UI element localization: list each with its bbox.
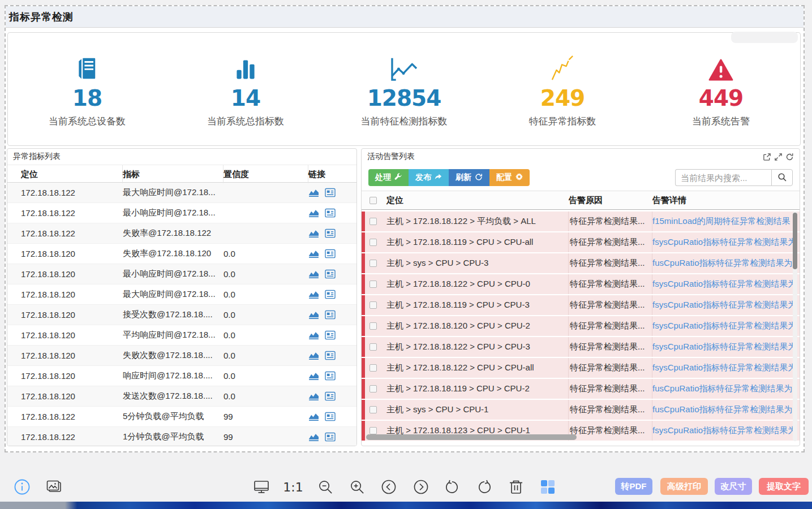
row-checkbox[interactable] xyxy=(370,322,377,330)
kpi-detected: 12854当前特征检测指标数 xyxy=(325,33,483,145)
row-checkbox[interactable] xyxy=(370,301,377,309)
share-icon xyxy=(435,173,442,182)
detail-link-icon[interactable] xyxy=(325,351,336,360)
chart-link-icon[interactable] xyxy=(308,269,319,279)
handle-label: 处理 xyxy=(375,172,391,183)
delete-button[interactable] xyxy=(506,477,526,497)
detail-link-icon[interactable] xyxy=(325,269,336,279)
extract-text-button[interactable]: 提取文字 xyxy=(759,478,809,495)
to-pdf-button[interactable]: 转PDF xyxy=(615,478,652,495)
row-checkbox[interactable] xyxy=(370,364,377,372)
alarm-detail-link[interactable]: fsysCpuRatio指标特征异常检测结果为 xyxy=(652,363,800,373)
alarm-row: 主机 > 172.18.18.119 > CPU > CPU-2特征异常检测结果… xyxy=(362,379,800,399)
metric-location: 172.18.18.122 xyxy=(21,208,123,218)
metric-row: 172.18.18.120发送次数@172.18.18....0.0 xyxy=(7,386,356,407)
warning-triangle-icon xyxy=(708,54,733,81)
metric-links xyxy=(308,228,356,238)
resize-button[interactable]: 改尺寸 xyxy=(715,478,752,495)
metric-name: 响应时间@172.18.18.... xyxy=(123,370,224,381)
metric-table-header: 定位 指标 置信度 链接 xyxy=(7,165,356,183)
actual-size-button[interactable]: 1:1 xyxy=(283,477,303,497)
fit-screen-button[interactable] xyxy=(252,477,271,497)
info-button[interactable] xyxy=(12,477,32,497)
horizontal-scrollbar-thumb[interactable] xyxy=(366,434,577,440)
alarm-detail-link[interactable]: f15minLoad的周期特征异常检测结果 xyxy=(652,216,800,227)
metric-links xyxy=(308,310,356,320)
alarm-reason: 特征异常检测结果... xyxy=(569,421,652,441)
detail-link-icon[interactable] xyxy=(325,208,336,218)
search-input[interactable] xyxy=(675,169,771,186)
handle-button[interactable]: 处理 xyxy=(368,169,409,186)
chart-link-icon[interactable] xyxy=(308,391,319,401)
previous-button[interactable] xyxy=(379,477,398,497)
alarm-detail-link[interactable]: fsysCpuRatio指标特征异常检测结果为 xyxy=(652,300,800,310)
detail-link-icon[interactable] xyxy=(325,391,336,401)
search-button[interactable] xyxy=(771,169,793,186)
desktop-wallpaper-strip xyxy=(0,502,812,509)
row-checkbox[interactable] xyxy=(370,343,377,351)
chart-link-icon[interactable] xyxy=(308,228,319,238)
detail-link-icon[interactable] xyxy=(325,330,336,340)
detail-link-icon[interactable] xyxy=(325,371,336,381)
alarm-detail-link[interactable]: fusCpuRatio指标特征异常检测结果为 xyxy=(652,383,800,394)
zoom-in-button[interactable] xyxy=(347,477,367,497)
expand-icon[interactable] xyxy=(774,153,783,161)
kpi-value: 14 xyxy=(231,87,260,109)
detail-link-icon[interactable] xyxy=(325,412,336,421)
detail-link-icon[interactable] xyxy=(325,188,336,197)
alarm-detail-link[interactable]: fsysCpuRatio指标特征异常检测结果为 xyxy=(652,237,800,248)
row-checkbox[interactable] xyxy=(370,385,377,392)
chart-link-icon[interactable] xyxy=(308,412,319,421)
screenshot-viewer: 指标异常检测 18当前系统总设备数14当前系统总指标数12854当前特征检测指标… xyxy=(0,0,812,509)
next-button[interactable] xyxy=(411,477,431,497)
chart-link-icon[interactable] xyxy=(308,432,319,442)
detail-link-icon[interactable] xyxy=(325,290,336,299)
alarm-detail-link[interactable]: fsysCpuRatio指标特征异常检测结果为 xyxy=(652,321,800,331)
metric-links xyxy=(308,290,356,299)
alarm-detail-link[interactable]: fusCpuRatio指标特征异常检测结果为 xyxy=(652,258,800,269)
row-checkbox[interactable] xyxy=(370,218,377,225)
detail-link-icon[interactable] xyxy=(325,310,336,320)
zoom-out-button[interactable] xyxy=(316,477,335,497)
vertical-scrollbar-thumb[interactable] xyxy=(793,213,797,269)
detail-link-icon[interactable] xyxy=(325,432,336,442)
chart-link-icon[interactable] xyxy=(308,330,319,340)
chart-link-icon[interactable] xyxy=(308,188,319,197)
alarm-detail-link[interactable]: fsysCpuRatio指标特征异常检测结果为 xyxy=(652,279,800,290)
chart-link-icon[interactable] xyxy=(308,371,319,381)
detail-link-icon[interactable] xyxy=(325,228,336,238)
alarm-location: 主机 > sys > CPU > CPU-3 xyxy=(386,253,569,273)
alarm-detail-link[interactable]: fsysCpuRatio指标特征异常检测结果为 xyxy=(652,342,800,352)
rotate-right-button[interactable] xyxy=(475,477,494,497)
alarm-table-header: 定位 告警原因 告警详情 xyxy=(362,191,800,210)
metric-row: 172.18.18.120响应时间@172.18.18....0.0 xyxy=(7,366,356,386)
publish-button[interactable]: 发布 xyxy=(409,169,449,186)
row-checkbox[interactable] xyxy=(370,281,377,288)
images-button[interactable] xyxy=(44,477,63,497)
metric-row: 172.18.18.1225分钟负载@平均负载99 xyxy=(7,407,356,427)
row-checkbox[interactable] xyxy=(370,427,377,434)
advanced-print-button[interactable]: 高级打印 xyxy=(660,478,708,495)
row-checkbox[interactable] xyxy=(370,239,377,246)
alarm-detail-link[interactable]: fusCpuRatio指标特征异常检测结果为 xyxy=(652,404,800,415)
chart-link-icon[interactable] xyxy=(308,310,319,320)
chart-link-icon[interactable] xyxy=(308,249,319,258)
chart-link-icon[interactable] xyxy=(308,351,319,360)
detail-link-icon[interactable] xyxy=(325,249,336,258)
export-icon[interactable] xyxy=(763,153,771,161)
wrench-icon xyxy=(394,173,402,182)
select-all-checkbox[interactable] xyxy=(370,197,377,204)
row-checkbox[interactable] xyxy=(370,260,377,267)
chart-link-icon[interactable] xyxy=(308,290,319,299)
chart-link-icon[interactable] xyxy=(308,208,319,218)
alarm-detail-link[interactable]: fsysCpuRatio指标特征异常检测结果为 xyxy=(652,425,800,436)
configure-label: 配置 xyxy=(496,172,512,183)
configure-button[interactable]: 配置 xyxy=(489,169,530,186)
refresh-panel-icon[interactable] xyxy=(785,153,794,161)
alarm-location: 主机 > 172.18.18.122 > CPU > CPU-3 xyxy=(386,337,569,357)
row-checkbox[interactable] xyxy=(370,406,377,413)
refresh-button[interactable]: 刷新 xyxy=(449,169,489,186)
col-reason: 告警原因 xyxy=(569,195,652,206)
rotate-left-button[interactable] xyxy=(442,477,461,497)
apps-grid-button[interactable] xyxy=(538,477,557,497)
